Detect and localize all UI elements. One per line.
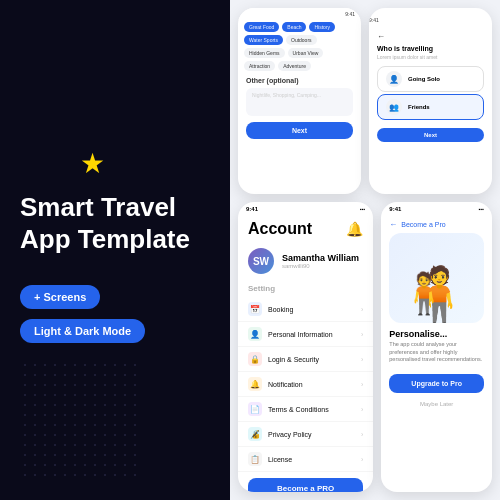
acc-header: Account 🔔 [238,216,373,244]
setting-booking[interactable]: 📅 Booking › [238,297,373,322]
dot-grid-decoration [20,360,140,480]
app-title: Smart Travel App Template [20,192,210,254]
pro-image-area: 🧍 🧍 [389,233,484,323]
status-time-tags: 9:41 [345,11,355,17]
pro-desc-title: Personalise... [381,323,492,341]
chevron-license: › [361,456,363,463]
notification-icon: 🔔 [248,377,262,391]
optional-label: Other (optional) [238,73,361,86]
avatar: SW [248,248,274,274]
status-bar-tags: 9:41 [238,8,361,20]
setting-notification[interactable]: 🔔 Notification › [238,372,373,397]
travel-option-solo[interactable]: 👤 Going Solo [377,66,484,92]
left-panel: ★ Smart Travel App Template + Screens Li… [0,0,230,500]
chip-beach[interactable]: Beach [282,22,306,32]
back-arrow-travel[interactable]: ← [377,32,385,41]
license-icon: 📋 [248,452,262,466]
chip-hidden-gems[interactable]: Hidden Gems [244,48,285,58]
booking-label: Booking [268,306,293,313]
acc-status-bar: 9:41 ▪▪▪ [238,202,373,216]
pro-status-time: 9:41 [389,206,401,212]
chip-attraction[interactable]: Attraction [244,61,275,71]
login-label: Login & Security [268,356,319,363]
bell-icon[interactable]: 🔔 [346,221,363,237]
personal-label: Personal Information [268,331,333,338]
pro-status-bar: 9:41 ▪▪▪ [381,202,492,216]
acc-name: Samantha William [282,253,359,263]
privacy-icon: 🔏 [248,427,262,441]
pro-desc-text: The app could analyse your preferences a… [381,341,492,370]
who-travel-subtitle: Lorem ipsum dolor sit amet [369,54,492,64]
notification-label: Notification [268,381,303,388]
solo-icon: 👤 [386,71,402,87]
chip-history[interactable]: History [309,22,335,32]
next-button-travel[interactable]: Next [377,128,484,142]
friends-icon: 👥 [386,99,402,115]
phone-pro: 9:41 ▪▪▪ ← Become a Pro 🧍 🧍 Personalise.… [381,202,492,492]
pro-figure2: 🧍 [399,273,449,313]
tags-grid: Great Food Beach History Water Sports Ou… [238,20,361,73]
setting-license[interactable]: 📋 License › [238,447,373,472]
acc-user-row: SW Samantha William samwilli90 [238,244,373,282]
optional-input[interactable]: Nightlife, Shopping, Camping... [246,88,353,116]
star-icon: ★ [80,147,210,180]
setting-terms[interactable]: 📄 Terms & Conditions › [238,397,373,422]
mode-badge: Light & Dark Mode [20,319,145,343]
phone-account: 9:41 ▪▪▪ Account 🔔 SW Samantha William s… [238,202,373,492]
chip-adventure[interactable]: Adventure [278,61,311,71]
chip-water-sports[interactable]: Water Sports [244,35,283,45]
pro-back-arrow[interactable]: ← [389,220,397,229]
chip-great-food[interactable]: Great Food [244,22,279,32]
personal-icon: 👤 [248,327,262,341]
terms-icon: 📄 [248,402,262,416]
chip-outdoors[interactable]: Outdoors [286,35,317,45]
chevron-personal: › [361,331,363,338]
chevron-notification: › [361,381,363,388]
skip-label[interactable]: Maybe Later [381,397,492,411]
pro-back-row: ← Become a Pro [381,216,492,233]
status-time-travel: 9:41 [369,17,379,23]
solo-label: Going Solo [408,76,440,82]
license-label: License [268,456,292,463]
become-pro-button[interactable]: Become a PRO [248,478,363,492]
booking-icon: 📅 [248,302,262,316]
right-panel: 9:41 Great Food Beach History Water Spor… [230,0,500,500]
acc-status-time: 9:41 [246,206,258,212]
back-row-travel: ← [369,26,492,43]
bottom-row: 9:41 ▪▪▪ Account 🔔 SW Samantha William s… [238,202,492,492]
terms-label: Terms & Conditions [268,406,329,413]
top-row: 9:41 Great Food Beach History Water Spor… [238,8,492,194]
chevron-booking: › [361,306,363,313]
acc-username: samwilli90 [282,263,359,269]
chip-urban-view[interactable]: Urban View [288,48,324,58]
setting-label: Setting [238,282,373,297]
phone-who-travel: 9:41 ← Who is travelling Lorem ipsum dol… [369,8,492,194]
phone-tags: 9:41 Great Food Beach History Water Spor… [238,8,361,194]
privacy-label: Privacy Policy [268,431,312,438]
chevron-login: › [361,356,363,363]
account-title: Account [248,220,312,238]
setting-privacy[interactable]: 🔏 Privacy Policy › [238,422,373,447]
upgrade-pro-button[interactable]: Upgrade to Pro [389,374,484,393]
travel-option-friends[interactable]: 👥 Friends [377,94,484,120]
acc-user-info: Samantha William samwilli90 [282,253,359,269]
chevron-terms: › [361,406,363,413]
next-button-tags[interactable]: Next [246,122,353,139]
setting-login[interactable]: 🔒 Login & Security › [238,347,373,372]
friends-label: Friends [408,104,430,110]
chevron-privacy: › [361,431,363,438]
who-travel-title: Who is travelling [369,43,492,54]
acc-status-icons: ▪▪▪ [360,206,365,212]
status-bar-travel: 9:41 [369,8,492,26]
setting-personal[interactable]: 👤 Personal Information › [238,322,373,347]
screens-badge: + Screens [20,285,100,309]
login-icon: 🔒 [248,352,262,366]
pro-back-label[interactable]: Become a Pro [401,221,445,228]
